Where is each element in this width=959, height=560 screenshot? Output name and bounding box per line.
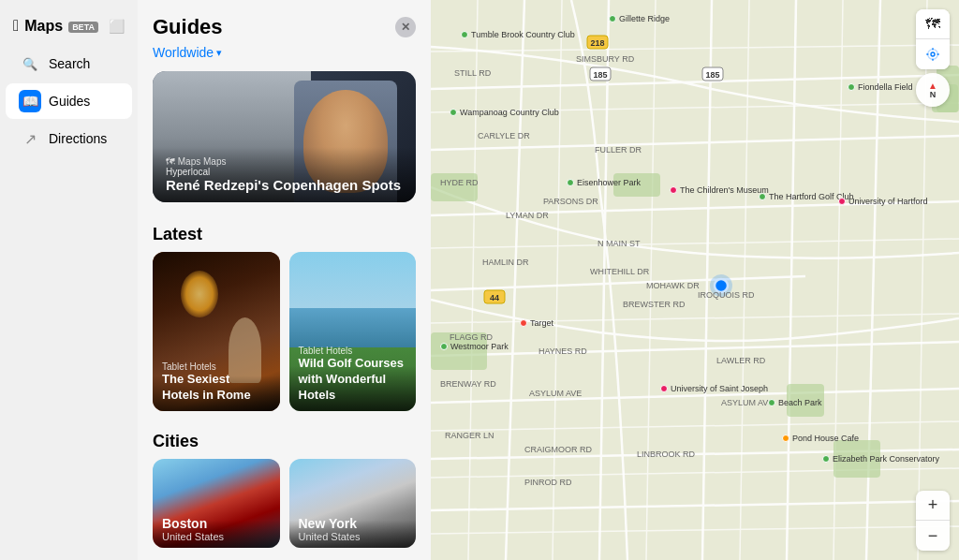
featured-badge: Hyperlocal	[166, 167, 403, 177]
svg-line-15	[431, 239, 959, 248]
rome-card-source: Tablet Hotels	[162, 361, 271, 372]
newyork-city-name: New York	[299, 516, 407, 531]
svg-line-23	[740, 0, 749, 560]
newyork-country: United States	[299, 531, 407, 542]
panel-header: Guides ✕	[138, 0, 431, 43]
panel-title: Guides	[153, 15, 223, 39]
sidebar-item-search[interactable]: 🔍 Search	[6, 46, 132, 81]
map-controls: 🗺 ▲ N	[916, 9, 950, 107]
road-label-ranger: RANGER LN	[445, 431, 494, 440]
poi-beach-park: Beach Park	[768, 398, 822, 407]
road-label-asylum1: ASYLUM AVE	[529, 389, 582, 398]
app-logo:  Maps BETA ⬜	[0, 11, 138, 45]
city-card-boston[interactable]: Boston United States	[153, 459, 280, 548]
road-label-brewster: BREWSTER RD	[623, 300, 686, 309]
road-label-lyman: LYMAN DR	[506, 211, 549, 220]
map-area[interactable]: 185 185 44 218 STILL RD SIMSBURY RD HYDE…	[431, 0, 959, 560]
guide-card-golf[interactable]: Tablet Hotels Wild Golf Courses with Won…	[289, 252, 417, 411]
road-label-stillrd: STILL RD	[454, 68, 491, 78]
compass-label: N	[930, 91, 937, 99]
svg-text:44: 44	[490, 293, 499, 302]
poi-eisenhower: Eisenhower Park	[567, 178, 641, 187]
road-label-craigmoor: CRAIGMOOR RD	[524, 445, 592, 454]
city-card-newyork[interactable]: New York United States	[289, 459, 417, 548]
guide-card-rome[interactable]: Tablet Hotels The Sexiest Hotels in Rome	[153, 252, 280, 411]
sidebar:  Maps BETA ⬜ 🔍 Search 📖 Guides ↗ Direct…	[0, 0, 138, 560]
road-label-mohawk: MOHAWK DR	[646, 281, 700, 290]
compass[interactable]: ▲ N	[916, 73, 950, 107]
road-label-lawler: LAWLER RD	[716, 356, 765, 365]
svg-point-43	[931, 52, 935, 56]
poi-target: Target	[520, 318, 553, 328]
sidebar-item-guides[interactable]: 📖 Guides	[6, 83, 132, 119]
boston-country: United States	[162, 531, 271, 542]
zoom-controls: + −	[916, 491, 950, 551]
sidebar-toggle-icon[interactable]: ⬜	[109, 19, 125, 34]
road-label-pinrod: PINROD RD	[524, 478, 572, 487]
map-view-2d-button[interactable]: 🗺	[916, 9, 950, 39]
sidebar-item-search-label: Search	[49, 56, 90, 71]
zoom-in-button[interactable]: +	[916, 491, 950, 521]
poi-wampanoag: Wampanoag Country Club	[450, 108, 559, 117]
sidebar-item-directions-label: Directions	[49, 131, 107, 146]
road-label-haynes: HAYNES RD	[539, 346, 587, 356]
road-label-asylum2: ASYLUM AVE	[721, 398, 774, 407]
svg-line-19	[431, 526, 959, 534]
app-name: Maps	[24, 18, 63, 35]
road-label-whitehill: WHITEHILL DR	[590, 267, 649, 276]
worldwide-label: Worldwide	[153, 45, 214, 60]
poi-childrens-museum: The Children's Museum	[670, 185, 769, 195]
road-label-linbrook: LINBROOK RD	[637, 449, 695, 459]
featured-card[interactable]: Maps Hyperlocal René Redzepi's Copenhage…	[153, 71, 416, 202]
poi-gillette-ridge: Gillette Ridge	[609, 14, 670, 23]
svg-line-20	[468, 0, 478, 560]
svg-text:185: 185	[705, 70, 719, 80]
rome-card-title: The Sexiest Hotels in Rome	[162, 372, 271, 404]
poi-tumble-brook: Tumble Brook Country Club	[461, 30, 575, 39]
poi-fiondella: Fiondella Field	[848, 82, 913, 92]
poi-elizabeth-park: Elizabeth Park Conservatory	[822, 454, 939, 464]
featured-title: René Redzepi's Copenhagen Spots	[166, 177, 403, 193]
svg-line-3	[431, 276, 805, 290]
guides-icon: 📖	[19, 90, 41, 112]
road-label-brenway: BRENWAY RD	[440, 379, 496, 389]
guides-panel: Guides ✕ Worldwide ▾ Maps Hyperlocal Ren…	[138, 0, 431, 560]
poi-westmoor: Westmoor Park	[440, 342, 509, 351]
road-label-iroquois: IROQUOIS RD	[698, 290, 755, 300]
road-label-mainst: N MAIN ST	[598, 239, 641, 248]
chevron-down-icon: ▾	[216, 47, 222, 59]
worldwide-filter[interactable]: Worldwide ▾	[138, 43, 431, 71]
golf-card-title: Wild Golf Courses with Wonderful Hotels	[299, 356, 407, 404]
road-label-hyderd: HYDE RD	[440, 178, 479, 187]
road-label-flagg: FLAGG RD	[450, 332, 493, 342]
svg-point-44	[928, 50, 938, 60]
directions-icon: ↗	[19, 127, 41, 150]
cities-grid: Boston United States New York United Sta…	[138, 459, 431, 548]
map-location-button[interactable]	[916, 39, 950, 69]
cities-section-title: Cities	[138, 424, 431, 459]
sidebar-item-guides-label: Guides	[49, 94, 90, 109]
road-label-simsbury: SIMSBURY RD	[576, 54, 634, 64]
svg-line-11	[787, 0, 796, 560]
poi-saint-joseph: University of Saint Joseph	[660, 384, 768, 393]
map-view-buttons: 🗺	[916, 9, 950, 69]
svg-text:218: 218	[590, 38, 604, 48]
boston-city-name: Boston	[162, 516, 271, 531]
latest-section-title: Latest	[138, 217, 431, 252]
close-button[interactable]: ✕	[395, 17, 416, 37]
sidebar-item-directions[interactable]: ↗ Directions	[6, 121, 132, 156]
road-label-carlyle: CARLYLE DR	[478, 131, 530, 140]
zoom-out-button[interactable]: −	[916, 521, 950, 551]
poi-uni-hartford: University of Hartford	[838, 197, 928, 206]
golf-card-source: Tablet Hotels	[299, 346, 407, 356]
featured-source-label: Maps	[166, 156, 403, 167]
beta-badge: BETA	[68, 22, 98, 33]
road-label-hamilin: HAMLIN DR	[482, 258, 529, 267]
latest-cards-grid: Tablet Hotels The Sexiest Hotels in Rome…	[138, 252, 431, 411]
apple-icon: 	[13, 17, 19, 36]
search-icon: 🔍	[19, 52, 41, 75]
svg-text:185: 185	[593, 70, 607, 80]
svg-line-16	[431, 314, 959, 323]
road-label-parsons: PARSONS DR	[543, 197, 598, 206]
road-label-fuller: FULLER DR	[595, 145, 642, 155]
